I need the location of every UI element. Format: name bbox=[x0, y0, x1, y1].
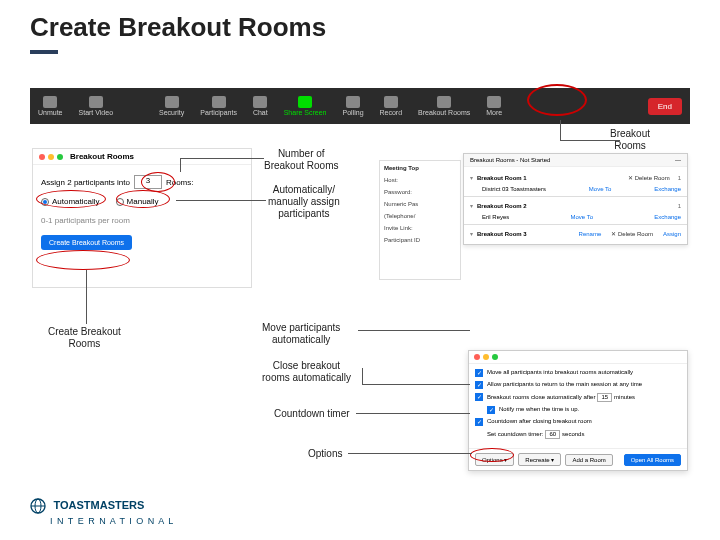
ann-close: Close breakout rooms automatically bbox=[262, 360, 351, 384]
ann-options: Options bbox=[308, 448, 342, 460]
per-room-label: 0-1 participants per room bbox=[41, 216, 243, 225]
ann-countdown: Countdown timer bbox=[274, 408, 350, 420]
ann-move: Move participants automatically bbox=[262, 322, 340, 346]
connector bbox=[356, 413, 470, 414]
ann-auto-manual: Automatically/ manually assign participa… bbox=[268, 184, 340, 220]
end-button[interactable]: End bbox=[648, 98, 682, 115]
chevron-down-icon: ▾ bbox=[470, 230, 473, 237]
meeting-info-panel: Meeting Top Host: Password: Numeric Pas … bbox=[379, 160, 461, 280]
tb-participants[interactable]: Participants bbox=[200, 96, 237, 116]
recreate-button[interactable]: Recreate ▾ bbox=[518, 453, 561, 466]
checkbox-icon: ✓ bbox=[475, 393, 483, 401]
opt-countdown[interactable]: ✓Countdown after closing breakout room bbox=[475, 418, 681, 426]
highlight-room-number bbox=[141, 172, 175, 192]
opt-countdown-timer: Set countdown timer:60seconds bbox=[475, 430, 681, 439]
room-row-1[interactable]: ▾ Breakout Room 1 ✕ Delete Room 1 bbox=[464, 171, 687, 184]
title-underline bbox=[30, 50, 58, 54]
connector bbox=[362, 368, 363, 384]
seconds-input[interactable]: 60 bbox=[545, 430, 560, 439]
globe-icon bbox=[30, 498, 46, 516]
open-all-button[interactable]: Open All Rooms bbox=[624, 454, 681, 466]
highlight-create-btn bbox=[36, 250, 130, 270]
create-breakout-button[interactable]: Create Breakout Rooms bbox=[41, 235, 132, 250]
checkbox-icon: ✓ bbox=[475, 418, 483, 426]
tb-security[interactable]: Security bbox=[159, 96, 184, 116]
chevron-down-icon: ▾ bbox=[470, 202, 473, 209]
minutes-input[interactable]: 15 bbox=[597, 393, 612, 402]
tb-start-video[interactable]: Start Video bbox=[79, 96, 114, 116]
connector bbox=[560, 120, 561, 140]
close-icon[interactable] bbox=[39, 154, 45, 160]
toastmasters-logo: TOASTMASTERS I N T E R N A T I O N A L bbox=[30, 498, 174, 526]
tb-more[interactable]: More bbox=[486, 96, 502, 116]
ann-number: Number of Breakout Rooms bbox=[264, 148, 338, 172]
dialog-titlebar: Breakout Rooms bbox=[33, 149, 251, 165]
mgmt-header: Breakout Rooms - Not Started— bbox=[464, 154, 687, 167]
member-row: District 03 Toastmasters Move To Exchang… bbox=[464, 184, 687, 194]
connector bbox=[362, 384, 470, 385]
tb-record[interactable]: Record bbox=[380, 96, 403, 116]
highlight-manual bbox=[116, 190, 170, 208]
tb-breakout-rooms[interactable]: Breakout Rooms bbox=[418, 96, 470, 116]
connector bbox=[358, 330, 470, 331]
minimize-icon[interactable] bbox=[48, 154, 54, 160]
connector bbox=[86, 270, 87, 324]
opt-notify[interactable]: ✓Notify me when the time is up. bbox=[475, 406, 681, 414]
checkbox-icon: ✓ bbox=[475, 369, 483, 377]
breakout-mgmt-panel: Breakout Rooms - Not Started— ▾ Breakout… bbox=[463, 153, 688, 245]
chevron-down-icon: ▾ bbox=[470, 174, 473, 181]
member-row: Eril Reyes Move To Exchange bbox=[464, 212, 687, 222]
close-icon[interactable] bbox=[474, 354, 480, 360]
opt-close-after[interactable]: ✓Breakout rooms close automatically afte… bbox=[475, 393, 681, 402]
maximize-icon[interactable] bbox=[57, 154, 63, 160]
tb-polling[interactable]: Polling bbox=[343, 96, 364, 116]
zoom-toolbar: Unmute Start Video Security Participants… bbox=[30, 88, 690, 124]
room-row-3[interactable]: ▾ Breakout Room 3 Rename ✕ Delete Room A… bbox=[464, 227, 687, 240]
opt-allow-return[interactable]: ✓Allow participants to return to the mai… bbox=[475, 381, 681, 389]
dialog-title: Breakout Rooms bbox=[70, 152, 134, 161]
tb-chat[interactable]: Chat bbox=[253, 96, 268, 116]
maximize-icon[interactable] bbox=[492, 354, 498, 360]
opts-titlebar bbox=[469, 351, 687, 364]
page-title: Create Breakout Rooms bbox=[30, 12, 326, 43]
connector bbox=[560, 140, 620, 141]
checkbox-icon: ✓ bbox=[487, 406, 495, 414]
connector bbox=[180, 158, 181, 172]
connector bbox=[180, 158, 264, 159]
tb-share-screen[interactable]: Share Screen bbox=[284, 96, 327, 116]
ann-create: Create Breakout Rooms bbox=[48, 326, 121, 350]
connector bbox=[176, 200, 266, 201]
connector bbox=[348, 453, 472, 454]
add-room-button[interactable]: Add a Room bbox=[565, 454, 612, 466]
highlight-auto bbox=[36, 190, 106, 208]
checkbox-icon: ✓ bbox=[475, 381, 483, 389]
highlight-breakout-rooms bbox=[527, 84, 587, 116]
minimize-icon[interactable] bbox=[483, 354, 489, 360]
room-row-2[interactable]: ▾ Breakout Room 2 1 bbox=[464, 199, 687, 212]
tb-unmute[interactable]: Unmute bbox=[38, 96, 63, 116]
opt-move-auto[interactable]: ✓Move all participants into breakout roo… bbox=[475, 369, 681, 377]
highlight-options-btn bbox=[470, 448, 514, 462]
